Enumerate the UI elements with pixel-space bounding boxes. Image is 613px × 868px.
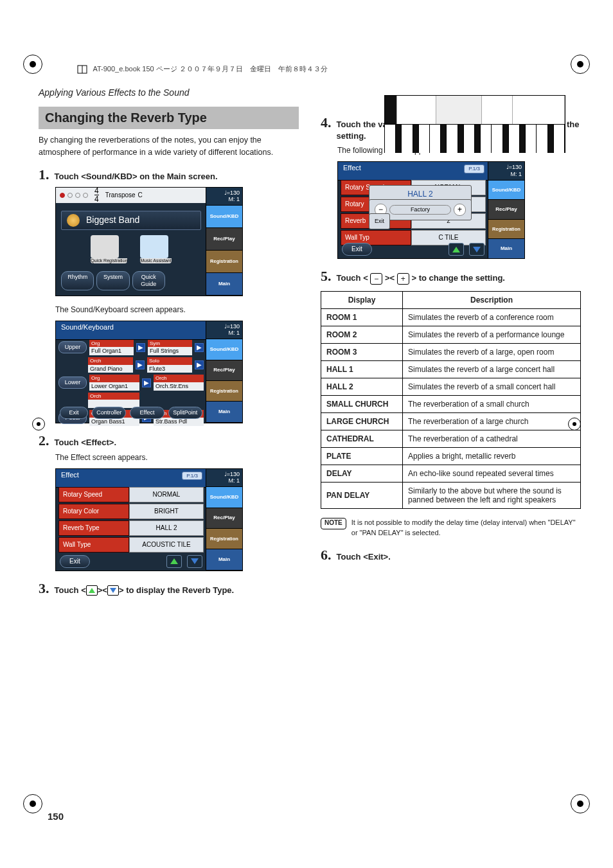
book-icon: [77, 64, 87, 75]
table-row: HALL 2Simulates the reverb of a small co…: [321, 378, 581, 396]
voice-value[interactable]: Flute3: [147, 365, 192, 373]
table-row: PLATEApplies a bright, metallic reverb: [321, 448, 581, 465]
quick-registration-icon[interactable]: [91, 235, 119, 258]
effect-row[interactable]: Reverb TypeHALL 2: [58, 520, 204, 536]
step-num: 1.: [39, 166, 49, 183]
reverb-name: HALL 2: [321, 378, 403, 396]
step-6: 6. Touch <Exit>.: [321, 547, 581, 563]
rec-play-button[interactable]: Rec/Play: [206, 508, 242, 529]
page-indicator[interactable]: P.1/3: [464, 164, 484, 173]
up-arrow-button[interactable]: [449, 243, 464, 256]
table-head-display: Display: [321, 292, 403, 309]
overlay-exit[interactable]: Exit: [369, 213, 390, 229]
effect-row-label: Rotary Color: [58, 504, 129, 519]
step-text: Touch <Sound/KBD> on the Main screen.: [55, 171, 218, 182]
registration-button[interactable]: Registration: [206, 529, 242, 549]
voice-value[interactable]: Full Organ1: [89, 347, 134, 355]
effect-row-value[interactable]: ACOUSTIC TILE: [129, 537, 204, 553]
cat-label: Orch: [88, 393, 139, 400]
step-num: 5.: [321, 268, 332, 285]
table-row: CATHEDRALThe reverberation of a cathedra…: [321, 430, 581, 448]
effect-row[interactable]: Rotary SpeedNORMAL: [58, 487, 204, 502]
crop-mark: [571, 794, 590, 813]
cat-label: Orch: [88, 357, 133, 365]
step-text: Touch < − >< + > to change the setting.: [337, 272, 505, 285]
reverb-name: PAN DELAY: [321, 483, 403, 509]
voice-value[interactable]: Lower Organ1: [89, 382, 139, 391]
system-button[interactable]: System: [96, 271, 129, 290]
effect-row[interactable]: Wall TypeACOUSTIC TILE: [58, 537, 204, 553]
chevron-right-icon[interactable]: ▶: [136, 360, 145, 369]
voice-value[interactable]: Str.Bass Pdl: [154, 418, 204, 426]
reverb-name: ROOM 1: [321, 309, 403, 326]
effect-row-value[interactable]: HALL 2: [129, 520, 204, 536]
rec-play-button[interactable]: Rec/Play: [206, 360, 242, 381]
effect-screen-overlay: Effect P.1/3 ♩=130M: 1 Sound/KBD Rec/Pla…: [337, 161, 525, 259]
chevron-right-icon[interactable]: ▶: [142, 378, 151, 387]
quick-guide-button[interactable]: Quick Guide: [132, 271, 165, 290]
effect-row-label: Wall Type: [58, 537, 129, 553]
effect-row-label: Rotary Speed: [58, 487, 129, 502]
overlay-value: HALL 2: [375, 190, 466, 199]
chevron-right-icon[interactable]: ▶: [195, 343, 204, 352]
exit-button[interactable]: Exit: [60, 555, 90, 568]
section-title: Changing the Reverb Type: [39, 107, 299, 129]
sound-kbd-button[interactable]: Sound/KBD: [488, 181, 524, 200]
reverb-description: The reverberation of a small church: [403, 396, 581, 413]
main-button[interactable]: Main: [206, 549, 242, 570]
upper-part-button[interactable]: Upper: [58, 341, 87, 353]
main-button[interactable]: Main: [206, 273, 242, 296]
reverb-description: The reverberation of a large church: [403, 413, 581, 430]
voice-value[interactable]: Full Strings: [148, 347, 192, 355]
tempo-indicator: ♩=130M: 1: [206, 321, 242, 340]
plus-key-icon: +: [397, 273, 409, 285]
splitpoint-button[interactable]: SplitPoint: [168, 407, 202, 419]
sound-kbd-button[interactable]: Sound/KBD: [206, 487, 242, 508]
step-num: 6.: [321, 547, 332, 563]
down-arrow-button[interactable]: [187, 555, 202, 568]
reverb-description: Similarly to the above but where the sou…: [403, 483, 581, 509]
main-button[interactable]: Main: [206, 402, 242, 422]
chevron-right-icon[interactable]: ▶: [136, 343, 145, 352]
main-button[interactable]: Main: [488, 239, 524, 258]
registration-button[interactable]: Registration: [488, 220, 524, 239]
effect-button[interactable]: Effect: [130, 407, 164, 419]
note-tag: NOTE: [321, 518, 346, 529]
rec-play-button[interactable]: Rec/Play: [488, 200, 524, 219]
voice-value[interactable]: Grand Piano: [88, 365, 133, 373]
step-num: 3.: [39, 580, 49, 597]
sound-kbd-button[interactable]: Sound/KBD: [206, 206, 242, 228]
effect-row[interactable]: Rotary ColorBRIGHT: [58, 504, 204, 519]
sound-kbd-button[interactable]: Sound/KBD: [206, 339, 242, 360]
registration-button[interactable]: Registration: [206, 381, 242, 402]
down-arrow-button[interactable]: [469, 243, 484, 256]
lower-part-button[interactable]: Lower: [58, 376, 87, 389]
page-indicator[interactable]: P.1/3: [182, 472, 202, 481]
exit-button[interactable]: Exit: [60, 407, 88, 419]
style-band[interactable]: Biggest Band: [61, 211, 201, 230]
plus-button[interactable]: +: [454, 204, 466, 215]
voice-value[interactable]: Orch.Str.Ens: [154, 382, 204, 391]
chevron-right-icon[interactable]: ▶: [195, 360, 204, 369]
step-num: 2.: [39, 432, 49, 449]
tempo-indicator: ♩=130M: 1: [488, 162, 524, 181]
rhythm-button[interactable]: Rhythm: [61, 271, 94, 290]
tempo-indicator: ♩=130M: 1: [206, 188, 242, 206]
crop-mark: [23, 55, 42, 74]
controller-button[interactable]: Controller: [92, 407, 126, 419]
effect-row-value[interactable]: BRIGHT: [129, 504, 204, 519]
exit-button[interactable]: Exit: [342, 243, 372, 256]
table-row: PAN DELAYSimilarly to the above but wher…: [321, 483, 581, 509]
factory-button[interactable]: Factory: [389, 205, 451, 215]
step-text: Touch <Effect>.: [55, 437, 117, 448]
step-num: 4.: [321, 114, 332, 131]
page-number: 150: [48, 811, 64, 822]
note: NOTE It is not possible to modify the de…: [321, 518, 581, 538]
music-assistant-icon[interactable]: [140, 235, 168, 258]
effect-row-value[interactable]: NORMAL: [129, 487, 204, 502]
voice-value[interactable]: Organ Bass1: [89, 418, 139, 426]
registration-button[interactable]: Registration: [206, 251, 242, 273]
crop-mark: [32, 418, 45, 430]
up-arrow-button[interactable]: [166, 555, 182, 568]
rec-play-button[interactable]: Rec/Play: [206, 228, 242, 251]
